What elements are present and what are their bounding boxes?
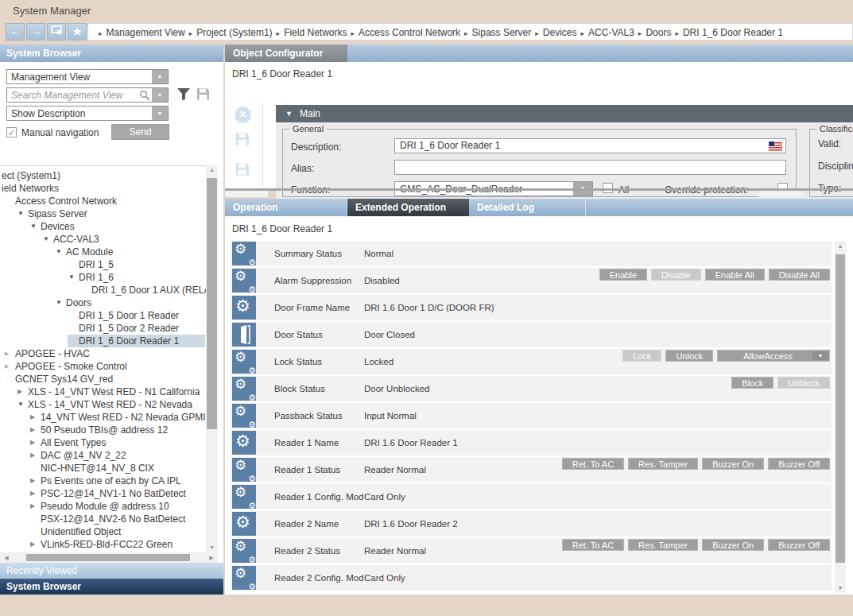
tree-item[interactable]: ield Networks — [0, 182, 206, 195]
breadcrumb-item[interactable]: Sipass Server — [472, 27, 532, 38]
tree-item[interactable]: NIC-HNET@14_NV_8 CIX — [0, 462, 206, 475]
breadcrumb-item[interactable]: Field Networks — [284, 27, 347, 38]
tree-item[interactable]: ▼ACC-VAL3 — [0, 233, 206, 246]
history-button[interactable] — [47, 23, 66, 41]
tab-extended-operation[interactable]: Extended Operation — [347, 199, 469, 216]
expand-arrow-icon[interactable]: ▶ — [17, 385, 22, 398]
scrollbar-thumb[interactable] — [225, 191, 268, 197]
breadcrumb-item[interactable]: Project (System1) — [196, 27, 272, 38]
res-tamper-button[interactable]: Res. Tamper — [628, 458, 698, 470]
collapse-arrow-icon[interactable]: ▼ — [0, 373, 2, 385]
tree-item[interactable]: ▶All Event Types — [0, 436, 206, 449]
tree-item[interactable]: ect (System1) — [0, 169, 206, 182]
expand-arrow-icon[interactable]: ▶ — [30, 411, 35, 424]
buzzer-on-button[interactable]: Buzzer On — [702, 539, 764, 551]
collapse-arrow-icon[interactable]: ▼ — [285, 105, 293, 122]
view-select[interactable]: Management View ▼ — [6, 69, 169, 84]
tree-item[interactable]: DRI 1_6 Door 1 AUX (RELAY 2) — [0, 284, 206, 296]
description-field[interactable]: DRI 1_6 Door Reader 1 — [394, 138, 786, 153]
chevron-down-icon[interactable]: ▼ — [152, 107, 168, 120]
tree-item[interactable]: ▼DRI 1_6 — [0, 271, 206, 284]
tree-item[interactable]: DRI 1_5 Door 2 Reader — [0, 322, 206, 335]
scroll-down-icon[interactable]: ▼ — [835, 585, 846, 591]
recently-viewed-bar[interactable]: Recently Viewed — [0, 563, 223, 579]
configurator-horizontal-scrollbar[interactable] — [225, 188, 853, 197]
main-section-header[interactable]: ▼ Main — [276, 105, 853, 122]
expand-arrow-icon[interactable]: ▶ — [30, 538, 35, 551]
tree-item[interactable]: ▶APOGEE - Smoke Control — [0, 360, 206, 373]
breadcrumb-item[interactable]: ACC-VAL3 — [588, 27, 634, 38]
ret-to-ac-button[interactable]: Ret. To AC — [562, 539, 624, 551]
collapse-arrow-icon[interactable]: ▼ — [43, 233, 49, 246]
expand-arrow-icon[interactable]: ▶ — [5, 347, 9, 360]
breadcrumb-item[interactable]: Management View — [107, 27, 185, 38]
tree-vertical-scrollbar[interactable]: ▲ ▼ — [206, 165, 218, 552]
scrollbar-thumb[interactable] — [836, 254, 845, 563]
scrollbar-thumb[interactable] — [759, 191, 803, 197]
collapse-arrow-icon[interactable]: ▼ — [68, 271, 75, 284]
tree-item[interactable]: ▶APOGEE - HVAC — [0, 347, 206, 360]
close-icon[interactable]: ✕ — [235, 107, 251, 123]
tree-item[interactable]: ▼Access Control Network — [0, 195, 206, 207]
expand-arrow-icon[interactable]: ▶ — [30, 487, 35, 500]
collapse-arrow-icon[interactable]: ▼ — [0, 195, 2, 207]
system-browser-bottom-bar[interactable]: System Browser — [0, 579, 223, 595]
collapse-arrow-icon[interactable]: ▼ — [56, 296, 62, 309]
back-button[interactable]: ← — [6, 23, 25, 41]
buzzer-off-button[interactable]: Buzzer Off — [768, 458, 830, 470]
expand-arrow-icon[interactable]: ▶ — [30, 500, 35, 513]
scroll-up-icon[interactable]: ▲ — [835, 243, 846, 249]
tree-item[interactable]: ▶XLS - 14_VNT West RED - N1 California — [0, 385, 206, 398]
description-select[interactable]: Show Description ▼ — [6, 106, 169, 121]
expand-arrow-icon[interactable]: ▶ — [30, 424, 35, 436]
manual-navigation-checkbox[interactable]: ✓ — [6, 127, 17, 138]
operation-vertical-scrollbar[interactable]: ▲ ▼ — [835, 241, 846, 593]
collapse-arrow-icon[interactable]: ▼ — [30, 220, 37, 233]
tree-item[interactable]: ▶PSC-12@14_NV1-1 No BatDetect — [0, 487, 206, 500]
tree-item[interactable]: ▶Ps Events one of each by CA IPL — [0, 475, 206, 487]
chevron-down-icon[interactable]: ▼ — [152, 88, 168, 102]
allowaccess-button[interactable]: AllowAccess▼ — [717, 350, 830, 362]
tree-item[interactable]: DRI 1_5 Door 1 Reader — [0, 309, 206, 322]
tab-object-configurator[interactable]: Object Configurator — [225, 45, 347, 62]
collapse-arrow-icon[interactable]: ▼ — [17, 398, 24, 411]
search-icon[interactable] — [139, 90, 150, 101]
buzzer-on-button[interactable]: Buzzer On — [702, 458, 764, 470]
expand-arrow-icon[interactable]: ▶ — [30, 475, 35, 487]
lock-button[interactable]: Lock — [622, 350, 661, 362]
forward-button[interactable]: → — [26, 23, 45, 41]
scroll-up-icon[interactable]: ▲ — [206, 167, 218, 172]
block-button[interactable]: Block — [731, 377, 774, 389]
breadcrumb-item[interactable]: DRI 1_6 Door Reader 1 — [683, 27, 783, 38]
enable-button[interactable]: Enable — [599, 269, 647, 281]
buzzer-off-button[interactable]: Buzzer Off — [768, 539, 830, 551]
filter-icon[interactable] — [176, 87, 191, 101]
tree-item[interactable]: ▼GCNET Sys14 GV_red — [0, 373, 206, 385]
collapse-arrow-icon[interactable]: ▼ — [56, 246, 62, 258]
collapse-arrow-icon[interactable]: ▼ — [17, 207, 24, 220]
unblock-button[interactable]: Unblock — [777, 377, 830, 389]
tree-item[interactable]: DRI 1_6 Door Reader 1 — [0, 335, 206, 347]
tree-item[interactable]: ▶50 Pseudo TBIs@ address 12 — [0, 424, 206, 436]
scrollbar-thumb[interactable] — [26, 554, 190, 561]
save-as-icon[interactable] — [235, 162, 250, 176]
tree-item[interactable]: Unidentified Object — [0, 525, 206, 538]
tree-item[interactable]: DRI 1_5 — [0, 258, 206, 271]
scroll-left-icon[interactable]: ◀ — [2, 555, 11, 561]
send-button[interactable]: Send — [111, 124, 169, 140]
chevron-down-icon[interactable]: ▼ — [152, 70, 168, 83]
expand-arrow-icon[interactable]: ▶ — [30, 436, 35, 449]
tree-horizontal-scrollbar[interactable]: ◀ ▶ — [0, 552, 218, 563]
disable-button[interactable]: Disable — [651, 269, 701, 281]
enable-all-button[interactable]: Enable All — [705, 269, 765, 281]
tree-item[interactable]: ▶14_VNT West RED - N2 Nevada GPMI — [0, 411, 206, 424]
tree-item[interactable]: ▼Sipass Server — [0, 207, 206, 220]
favorites-button[interactable]: ★ — [68, 23, 87, 41]
tab-detailed-log[interactable]: Detailed Log — [469, 199, 586, 216]
unlock-button[interactable]: Unlock — [665, 350, 713, 362]
ret-to-ac-button[interactable]: Ret. To AC — [562, 458, 624, 470]
tree-item[interactable]: PSX-12@14_NV2-6 No BatDetect — [0, 513, 206, 525]
breadcrumb-item[interactable]: Access Control Network — [359, 27, 460, 38]
search-input[interactable]: Search Management View ▼ — [6, 87, 169, 103]
scroll-right-icon[interactable]: ▶ — [207, 555, 216, 561]
